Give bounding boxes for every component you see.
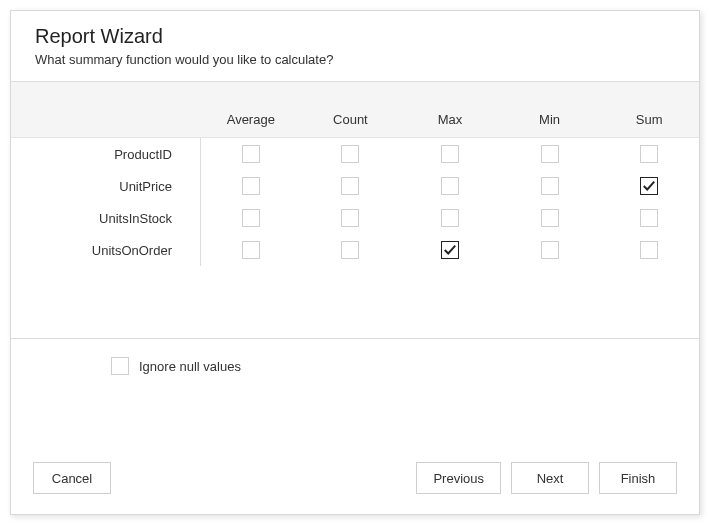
cell bbox=[400, 138, 500, 170]
summary-checkbox[interactable] bbox=[242, 209, 260, 227]
cancel-button[interactable]: Cancel bbox=[33, 462, 111, 494]
cell bbox=[400, 170, 500, 202]
cell bbox=[599, 138, 699, 170]
dialog-footer: Cancel Previous Next Finish bbox=[11, 446, 699, 514]
table-row: UnitsOnOrder bbox=[11, 234, 699, 266]
column-header-max: Max bbox=[400, 82, 500, 137]
finish-button[interactable]: Finish bbox=[599, 462, 677, 494]
cell bbox=[500, 202, 600, 234]
dialog-subtitle: What summary function would you like to … bbox=[35, 52, 675, 67]
cell bbox=[599, 170, 699, 202]
cell bbox=[301, 138, 401, 170]
cell bbox=[599, 234, 699, 266]
table-row: UnitPrice bbox=[11, 170, 699, 202]
column-header-average: Average bbox=[201, 82, 301, 137]
grid-corner bbox=[11, 82, 201, 137]
cell bbox=[400, 234, 500, 266]
grid-body: ProductIDUnitPriceUnitsInStockUnitsOnOrd… bbox=[11, 138, 699, 338]
column-header-sum: Sum bbox=[599, 82, 699, 137]
row-label: ProductID bbox=[11, 138, 201, 170]
summary-checkbox[interactable] bbox=[341, 209, 359, 227]
column-header-count: Count bbox=[301, 82, 401, 137]
dialog-header: Report Wizard What summary function woul… bbox=[11, 11, 699, 81]
cell bbox=[201, 234, 301, 266]
cell bbox=[500, 170, 600, 202]
summary-checkbox[interactable] bbox=[341, 177, 359, 195]
summary-checkbox[interactable] bbox=[242, 145, 260, 163]
summary-checkbox[interactable] bbox=[341, 241, 359, 259]
summary-checkbox[interactable] bbox=[441, 209, 459, 227]
cell bbox=[500, 234, 600, 266]
grid-header: AverageCountMaxMinSum bbox=[11, 82, 699, 138]
summary-grid: AverageCountMaxMinSum ProductIDUnitPrice… bbox=[11, 81, 699, 339]
summary-checkbox[interactable] bbox=[541, 145, 559, 163]
options-row: Ignore null values bbox=[11, 339, 699, 393]
cell bbox=[400, 202, 500, 234]
cell bbox=[201, 138, 301, 170]
ignore-null-checkbox[interactable] bbox=[111, 357, 129, 375]
summary-checkbox[interactable] bbox=[441, 177, 459, 195]
summary-checkbox[interactable] bbox=[541, 241, 559, 259]
row-label: UnitPrice bbox=[11, 170, 201, 202]
summary-checkbox[interactable] bbox=[541, 209, 559, 227]
table-row: UnitsInStock bbox=[11, 202, 699, 234]
previous-button[interactable]: Previous bbox=[416, 462, 501, 494]
summary-checkbox[interactable] bbox=[640, 209, 658, 227]
summary-checkbox[interactable] bbox=[640, 241, 658, 259]
summary-checkbox[interactable] bbox=[640, 177, 658, 195]
cell bbox=[301, 170, 401, 202]
summary-checkbox[interactable] bbox=[640, 145, 658, 163]
dialog-title: Report Wizard bbox=[35, 25, 675, 48]
summary-checkbox[interactable] bbox=[341, 145, 359, 163]
next-button[interactable]: Next bbox=[511, 462, 589, 494]
column-header-min: Min bbox=[500, 82, 600, 137]
cell bbox=[599, 202, 699, 234]
row-label: UnitsOnOrder bbox=[11, 234, 201, 266]
cell bbox=[301, 234, 401, 266]
cell bbox=[201, 202, 301, 234]
summary-checkbox[interactable] bbox=[441, 145, 459, 163]
cell bbox=[201, 170, 301, 202]
report-wizard-dialog: Report Wizard What summary function woul… bbox=[10, 10, 700, 515]
summary-checkbox[interactable] bbox=[242, 241, 260, 259]
table-row: ProductID bbox=[11, 138, 699, 170]
cell bbox=[500, 138, 600, 170]
cell bbox=[301, 202, 401, 234]
summary-checkbox[interactable] bbox=[441, 241, 459, 259]
summary-checkbox[interactable] bbox=[541, 177, 559, 195]
row-label: UnitsInStock bbox=[11, 202, 201, 234]
summary-checkbox[interactable] bbox=[242, 177, 260, 195]
ignore-null-label: Ignore null values bbox=[139, 359, 241, 374]
